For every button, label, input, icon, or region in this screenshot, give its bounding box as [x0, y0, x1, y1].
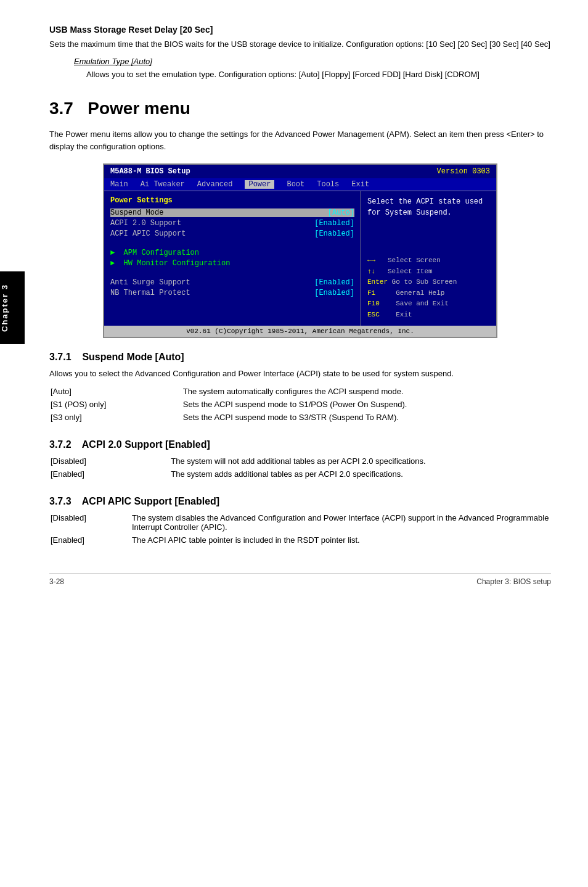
- bios-menu-tools[interactable]: Tools: [317, 180, 339, 189]
- def-text: Sets the ACPI suspend mode to S1/POS (Po…: [183, 400, 550, 411]
- def-row: [S3 only] Sets the ACPI suspend mode to …: [51, 413, 550, 424]
- def-option: [Disabled]: [51, 456, 169, 468]
- section-372-title: 3.7.2 ACPI 2.0 Support [Enabled]: [49, 439, 551, 450]
- def-text: The system automatically configures the …: [183, 387, 550, 398]
- def-row: [Enabled] The system adds additional tab…: [51, 469, 550, 481]
- def-option: [Disabled]: [51, 513, 131, 534]
- power-menu-description: The Power menu items allow you to change…: [49, 128, 551, 152]
- page-footer: 3-28 Chapter 3: BIOS setup: [49, 573, 551, 586]
- def-option: [Enabled]: [51, 535, 131, 547]
- bios-acpiapic-label: ACPI APIC Support: [110, 229, 186, 238]
- footer-page-number: 3-28: [49, 577, 64, 586]
- section-372: 3.7.2 ACPI 2.0 Support [Enabled] [Disabl…: [49, 439, 551, 482]
- bios-menu-boot[interactable]: Boot: [287, 180, 304, 189]
- bios-suspend-label: Suspend Mode: [110, 208, 163, 217]
- bios-right-panel: Select the ACPI state used for System Su…: [361, 191, 496, 326]
- def-row: [Auto] The system automatically configur…: [51, 387, 550, 398]
- bios-submenu-apm[interactable]: ► APM Configuration: [110, 249, 354, 257]
- def-option: [S1 (POS) only]: [51, 400, 182, 411]
- bios-row-acpiapic[interactable]: ACPI APIC Support [Enabled]: [110, 229, 354, 238]
- bios-footer: v02.61 (C)Copyright 1985-2011, American …: [104, 326, 496, 337]
- def-text: The system will not add additional table…: [171, 456, 550, 468]
- bios-row-suspend[interactable]: Suspend Mode [Auto]: [110, 208, 354, 217]
- bios-key-f1: F1 General Help: [367, 288, 490, 299]
- usb-description: Sets the maximum time that the BIOS wait…: [49, 38, 551, 51]
- bios-key-selectitem: ↑↓ Select Item: [367, 266, 490, 278]
- bios-screen: M5A88-M BIOS Setup Version 0303 Main Ai …: [103, 163, 497, 338]
- bios-key-selectscreen: ←→ Select Screen: [367, 255, 490, 266]
- bios-left-panel: Power Settings Suspend Mode [Auto] ACPI …: [104, 191, 361, 326]
- bios-help-text: Select the ACPI state used for System Su…: [367, 196, 490, 218]
- bios-acpiapic-value: [Enabled]: [314, 229, 354, 238]
- section-371: 3.7.1 Suspend Mode [Auto] Allows you to …: [49, 352, 551, 426]
- def-text: Sets the ACPI suspend mode to S3/STR (Su…: [183, 413, 550, 424]
- bios-content: Power Settings Suspend Mode [Auto] ACPI …: [104, 191, 496, 326]
- bios-key-esc: ESC Exit: [367, 310, 490, 321]
- power-menu-section: 3.7 Power menu The Power menu items allo…: [49, 99, 551, 152]
- bios-key-enter: Enter Go to Sub Screen: [367, 277, 490, 288]
- power-menu-title: 3.7 Power menu: [49, 99, 551, 118]
- def-text: The ACPI APIC table pointer is included …: [132, 535, 550, 547]
- bios-topbar: M5A88-M BIOS Setup Version 0303: [104, 165, 496, 178]
- bios-nbthermal-label: NB Thermal Protect: [110, 289, 190, 297]
- bios-settings-header: Power Settings: [110, 196, 354, 205]
- bios-antisurge-label: Anti Surge Support: [110, 278, 190, 287]
- bios-antisurge-value: [Enabled]: [314, 278, 354, 287]
- usb-section: USB Mass Storage Reset Delay [20 Sec] Se…: [49, 25, 551, 80]
- bios-menu-aitweaker[interactable]: Ai Tweaker: [141, 180, 185, 189]
- def-text: The system adds additional tables as per…: [171, 469, 550, 481]
- bios-menu-main[interactable]: Main: [110, 180, 128, 189]
- bios-suspend-value: [Auto]: [328, 208, 354, 217]
- footer-chapter-label: Chapter 3: BIOS setup: [476, 577, 551, 586]
- bios-acpi20-value: [Enabled]: [314, 219, 354, 228]
- bios-menubar[interactable]: Main Ai Tweaker Advanced Power Boot Tool…: [104, 178, 496, 191]
- def-row: [Enabled] The ACPI APIC table pointer is…: [51, 535, 550, 547]
- section-371-title: 3.7.1 Suspend Mode [Auto]: [49, 352, 551, 363]
- bios-menu-advanced[interactable]: Advanced: [197, 180, 233, 189]
- section-373: 3.7.3 ACPI APIC Support [Enabled] [Disab…: [49, 496, 551, 548]
- section-371-definitions: [Auto] The system automatically configur…: [49, 386, 551, 426]
- usb-title: USB Mass Storage Reset Delay [20 Sec]: [49, 25, 551, 35]
- bios-key-f10: F10 Save and Exit: [367, 299, 490, 310]
- bios-row-acpi20[interactable]: ACPI 2.0 Support [Enabled]: [110, 219, 354, 228]
- bios-version: Version 0303: [437, 167, 490, 176]
- def-option: [Enabled]: [51, 469, 169, 481]
- bios-key-legend: ←→ Select Screen ↑↓ Select Item Enter Go…: [367, 255, 490, 321]
- emulation-description: Allows you to set the emulation type. Co…: [86, 68, 551, 81]
- def-option: [Auto]: [51, 387, 182, 398]
- emulation-heading: Emulation Type [Auto]: [74, 57, 551, 66]
- def-option: [S3 only]: [51, 413, 182, 424]
- bios-menu-exit[interactable]: Exit: [351, 180, 369, 189]
- bios-product: M5A88-M BIOS Setup: [110, 167, 190, 176]
- def-row: [Disabled] The system disables the Advan…: [51, 513, 550, 534]
- def-row: [Disabled] The system will not add addit…: [51, 456, 550, 468]
- def-row: [S1 (POS) only] Sets the ACPI suspend mo…: [51, 400, 550, 411]
- section-372-definitions: [Disabled] The system will not add addit…: [49, 455, 551, 482]
- bios-row-nbthermal[interactable]: NB Thermal Protect [Enabled]: [110, 289, 354, 297]
- bios-row-antisurge[interactable]: Anti Surge Support [Enabled]: [110, 278, 354, 287]
- bios-menu-power[interactable]: Power: [245, 180, 274, 189]
- bios-submenu-hwmonitor[interactable]: ► HW Monitor Configuration: [110, 259, 354, 268]
- def-text: The system disables the Advanced Configu…: [132, 513, 550, 534]
- chapter-sidebar-label: Chapter 3: [0, 271, 25, 344]
- bios-nbthermal-value: [Enabled]: [314, 289, 354, 297]
- bios-acpi20-label: ACPI 2.0 Support: [110, 219, 181, 228]
- section-371-description: Allows you to select the Advanced Config…: [49, 368, 551, 380]
- section-373-title: 3.7.3 ACPI APIC Support [Enabled]: [49, 496, 551, 507]
- section-373-definitions: [Disabled] The system disables the Advan…: [49, 512, 551, 548]
